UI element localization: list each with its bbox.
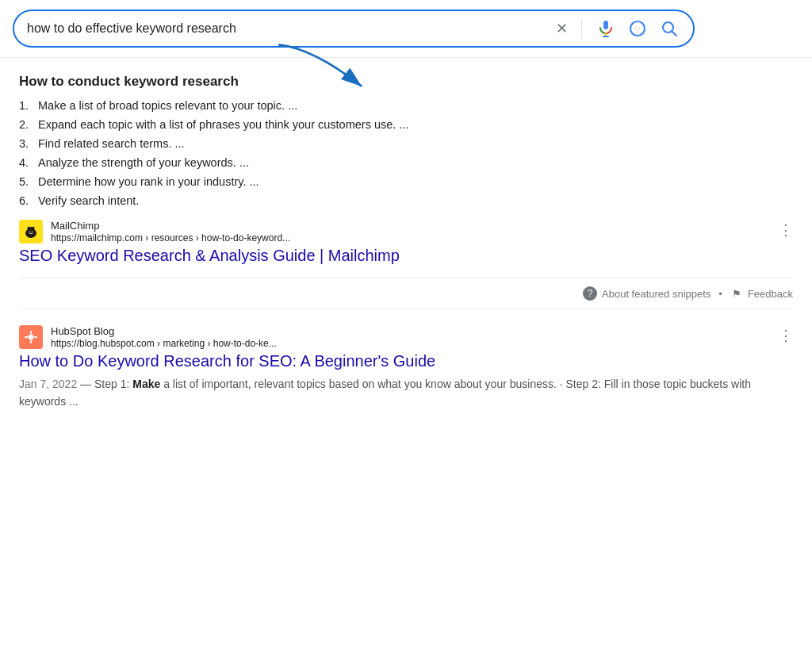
list-item: 1. Make a list of broad topics relevant … bbox=[19, 99, 793, 112]
second-result-link[interactable]: How to Do Keyword Research for SEO: A Be… bbox=[19, 352, 793, 370]
snippet-source-name: MailChimp bbox=[51, 220, 772, 232]
svg-point-18 bbox=[29, 335, 34, 340]
svg-rect-20 bbox=[30, 340, 32, 343]
snippet-source-url[interactable]: https://mailchimp.com › resources › how-… bbox=[51, 232, 772, 244]
svg-rect-19 bbox=[30, 331, 32, 334]
second-result: HubSpot Blog https://blog.hubspot.com › … bbox=[19, 325, 793, 410]
list-item: 6. Verify search intent. bbox=[19, 194, 793, 207]
search-input[interactable]: how to do effective keyword research bbox=[27, 21, 554, 36]
list-item: 5. Determine how you rank in your indust… bbox=[19, 175, 793, 188]
list-item: 3. Find related search terms. ... bbox=[19, 137, 793, 150]
svg-point-15 bbox=[28, 227, 30, 231]
clear-icon[interactable]: ✕ bbox=[554, 21, 569, 36]
svg-rect-21 bbox=[25, 336, 28, 338]
about-text[interactable]: About featured snippets bbox=[602, 288, 710, 300]
mic-icon[interactable] bbox=[595, 17, 617, 40]
search-bar[interactable]: how to do effective keyword research ✕ bbox=[13, 10, 695, 48]
snippet-result-link[interactable]: SEO Keyword Research & Analysis Guide | … bbox=[19, 247, 793, 265]
search-submit-icon[interactable] bbox=[658, 17, 680, 40]
main-content: How to conduct keyword research 1. Make … bbox=[0, 58, 812, 426]
second-result-source-name: HubSpot Blog bbox=[51, 325, 772, 337]
svg-line-6 bbox=[672, 32, 677, 36]
svg-rect-22 bbox=[34, 336, 37, 338]
second-result-description: Jan 7, 2022 — Step 1: Make a list of imp… bbox=[19, 375, 793, 410]
snippet-source-info: MailChimp https://mailchimp.com › resour… bbox=[51, 220, 772, 244]
feedback-text[interactable]: Feedback bbox=[748, 288, 793, 300]
second-result-source-info: HubSpot Blog https://blog.hubspot.com › … bbox=[51, 325, 772, 349]
bullet-separator: • bbox=[718, 288, 722, 300]
snippet-list: 1. Make a list of broad topics relevant … bbox=[19, 99, 793, 207]
question-icon[interactable]: ? bbox=[583, 286, 597, 301]
result-date: Jan 7, 2022 bbox=[19, 378, 77, 390]
search-icons: ✕ bbox=[554, 17, 680, 40]
result-description-text: — Step 1: Make a list of important, rele… bbox=[19, 378, 751, 408]
about-featured-snippets-bar: ? About featured snippets • ⚑ Feedback bbox=[19, 278, 793, 309]
mailchimp-favicon bbox=[19, 220, 43, 244]
list-item: 4. Analyze the strength of your keywords… bbox=[19, 156, 793, 169]
svg-point-4 bbox=[636, 27, 640, 31]
snippet-title: How to conduct keyword research bbox=[19, 74, 793, 90]
snippet-more-options[interactable]: ⋮ bbox=[779, 221, 793, 239]
second-result-more-options[interactable]: ⋮ bbox=[779, 327, 793, 344]
divider bbox=[581, 19, 582, 38]
lens-icon[interactable] bbox=[626, 17, 649, 40]
list-item: 2. Expand each topic with a list of phra… bbox=[19, 118, 793, 131]
hubspot-favicon bbox=[19, 325, 43, 349]
featured-snippet: How to conduct keyword research 1. Make … bbox=[19, 74, 793, 309]
second-result-source-url[interactable]: https://blog.hubspot.com › marketing › h… bbox=[51, 338, 772, 349]
svg-point-16 bbox=[33, 227, 35, 231]
svg-rect-0 bbox=[603, 21, 608, 29]
snippet-source-row: MailChimp https://mailchimp.com › resour… bbox=[19, 220, 793, 244]
search-bar-container: how to do effective keyword research ✕ bbox=[0, 0, 812, 48]
second-result-source-row: HubSpot Blog https://blog.hubspot.com › … bbox=[19, 325, 793, 349]
feedback-flag-icon[interactable]: ⚑ bbox=[730, 287, 743, 300]
